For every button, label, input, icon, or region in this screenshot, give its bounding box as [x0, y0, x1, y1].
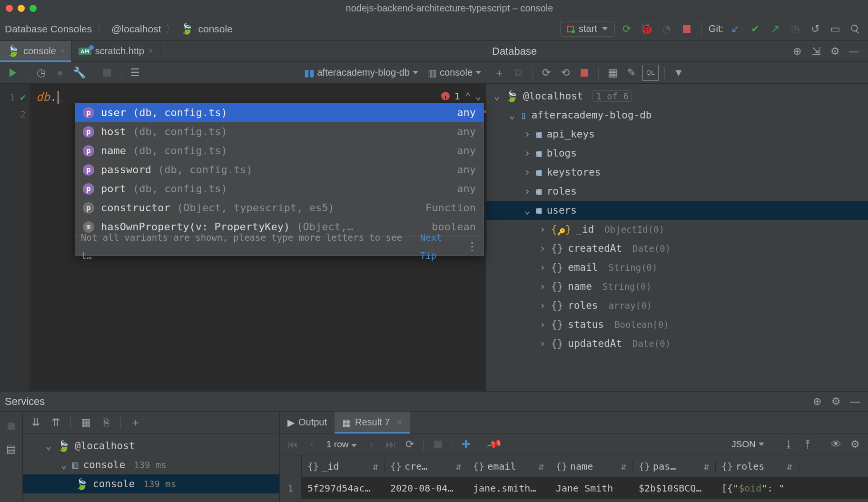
- reload-icon[interactable]: ⟳: [402, 436, 418, 453]
- maximize-window-button[interactable]: [30, 5, 37, 12]
- tree-table-users[interactable]: ⌄▦users: [486, 201, 868, 220]
- sort-icon[interactable]: ⇵: [455, 461, 461, 472]
- chevron-down-icon[interactable]: ⌄: [475, 88, 481, 105]
- collapse-icon[interactable]: ⇲: [808, 43, 824, 59]
- settings-icon[interactable]: ☰: [127, 65, 143, 81]
- chevron-up-icon[interactable]: ⌃: [465, 88, 471, 105]
- autocomplete-item[interactable]: phost(db, config.ts)any: [75, 122, 483, 141]
- sort-icon[interactable]: ⇵: [538, 461, 544, 472]
- autocomplete-item[interactable]: ppassword(db, config.ts)any: [75, 160, 483, 179]
- gear-icon[interactable]: ⚙: [847, 436, 863, 453]
- target-icon[interactable]: ⊕: [789, 43, 805, 59]
- wrench-icon[interactable]: 🔧: [71, 65, 87, 81]
- stop-icon[interactable]: [99, 65, 115, 81]
- close-window-button[interactable]: [6, 5, 13, 12]
- sort-icon[interactable]: ⇵: [621, 461, 627, 472]
- format-selector[interactable]: JSON: [731, 439, 764, 450]
- sql-icon[interactable]: QL: [642, 65, 659, 81]
- stop-icon[interactable]: [430, 436, 446, 453]
- hide-panel-icon[interactable]: —: [846, 43, 862, 59]
- tree-row-host[interactable]: ⌄ 🍃 @localhost: [23, 436, 279, 455]
- next-tip-link[interactable]: Next Tip: [420, 228, 464, 265]
- tab-console[interactable]: 🍃 console ×: [0, 41, 72, 61]
- sort-icon[interactable]: ⇵: [373, 461, 378, 472]
- git-push-icon[interactable]: ↗: [767, 21, 783, 37]
- grid-icon[interactable]: ▦: [78, 414, 94, 431]
- expand-all-icon[interactable]: ⇊: [28, 414, 44, 431]
- tx-icon[interactable]: ●: [52, 65, 68, 81]
- tab-scratch[interactable]: API scratch.http ×: [72, 41, 160, 61]
- gear-icon[interactable]: ⚙: [828, 394, 844, 410]
- column-header[interactable]: {}roles⇵: [716, 461, 799, 472]
- run-config-dropdown[interactable]: start: [560, 21, 615, 37]
- result-grid[interactable]: {}_id⇵{}cre…⇵{}email⇵{}name⇵{}pas…⇵{}rol…: [280, 455, 868, 502]
- inspection-widget[interactable]: 1 ⌃ ⌄: [441, 88, 481, 105]
- next-page-icon[interactable]: ›: [364, 436, 380, 453]
- hide-panel-icon[interactable]: —: [847, 394, 863, 410]
- column-header[interactable]: {}cre…⇵: [385, 461, 467, 472]
- sort-icon[interactable]: ⇵: [704, 461, 710, 472]
- refresh-icon[interactable]: ⟳: [538, 65, 554, 81]
- tree-table-roles[interactable]: ›▦roles: [486, 182, 868, 201]
- tree-schema[interactable]: ⌄▯afteracademy-blog-db: [486, 106, 868, 125]
- prev-page-icon[interactable]: ‹: [304, 436, 320, 453]
- pin-icon[interactable]: 📌: [483, 433, 505, 455]
- close-tab-icon[interactable]: ×: [148, 46, 153, 56]
- git-pull-icon[interactable]: ↙: [727, 21, 743, 37]
- column-header[interactable]: {}name⇵: [550, 461, 633, 472]
- cell-id[interactable]: 5f297d54ac…: [302, 477, 385, 499]
- stop-button[interactable]: [679, 21, 695, 37]
- tree-table-keystores[interactable]: ›▦keystores: [486, 163, 868, 182]
- filter-icon[interactable]: ▼: [671, 65, 687, 81]
- close-tab-icon[interactable]: ×: [396, 417, 402, 428]
- sort-icon[interactable]: ⇵: [787, 461, 792, 472]
- edit-icon[interactable]: ✎: [623, 65, 640, 81]
- tree-column-roles[interactable]: ›{}rolesarray(0): [486, 296, 868, 315]
- tab-output[interactable]: ▶ Output: [280, 412, 335, 433]
- tree-table-api_keys[interactable]: ›▦api_keys: [486, 125, 868, 144]
- cell-password[interactable]: $2b$10$BCQ…: [633, 477, 716, 499]
- column-header[interactable]: {}_id⇵: [302, 461, 385, 472]
- history-icon[interactable]: ◷: [33, 65, 49, 81]
- tree-column-updatedAt[interactable]: ›{}updatedAtDate(0): [486, 334, 868, 353]
- tree-row-query[interactable]: 🍃 console 139 ms: [23, 474, 279, 493]
- tree-column-name[interactable]: ›{}nameString(0): [486, 277, 868, 296]
- autocomplete-item[interactable]: puser(db, config.ts)any: [75, 103, 483, 122]
- breadcrumb-host[interactable]: @localhost: [111, 23, 161, 35]
- export-down-icon[interactable]: ⭳: [781, 436, 797, 453]
- sync-icon[interactable]: ⟲: [557, 65, 573, 81]
- table-icon[interactable]: ▦: [604, 65, 621, 81]
- grid-row[interactable]: 1 5f297d54ac… 2020-08-04… jane.smith… Ja…: [280, 477, 868, 499]
- close-tab-icon[interactable]: ×: [60, 46, 65, 56]
- tree-host[interactable]: ⌄🍃@localhost1 of 6: [486, 87, 868, 106]
- execute-icon[interactable]: [5, 65, 21, 81]
- minimize-window-button[interactable]: [18, 5, 25, 12]
- target-icon[interactable]: ⊕: [809, 394, 825, 410]
- screen-icon[interactable]: ▭: [827, 21, 843, 37]
- cell-roles[interactable]: [{"$oid": ": [716, 477, 799, 499]
- cell-name[interactable]: Jane Smith: [550, 477, 633, 499]
- new-session-icon[interactable]: ⎘: [98, 414, 114, 431]
- tree-column-createdAt[interactable]: ›{}createdAtDate(0): [486, 239, 868, 258]
- tab-result[interactable]: ▦ Result 7 ×: [335, 412, 410, 433]
- profile-icon[interactable]: ◔: [659, 21, 675, 37]
- console-selector[interactable]: ▥ console: [428, 67, 481, 79]
- db-tree[interactable]: ⌄🍃@localhost1 of 6⌄▯afteracademy-blog-db…: [486, 84, 868, 391]
- export-up-icon[interactable]: ⭱: [800, 436, 816, 453]
- autocomplete-item[interactable]: pname(db, config.ts)any: [75, 141, 483, 160]
- search-icon[interactable]: [847, 21, 863, 37]
- column-header[interactable]: {}pas…⇵: [633, 461, 716, 472]
- stop-icon[interactable]: [3, 418, 20, 434]
- rollback-icon[interactable]: ↺: [807, 21, 823, 37]
- services-tree[interactable]: ⌄ 🍃 @localhost ⌄ ▥ console 139 ms 🍃 cons…: [23, 433, 279, 502]
- collapse-all-icon[interactable]: ⇈: [48, 414, 64, 431]
- tree-column-status[interactable]: ›{}statusBoolean(0): [486, 315, 868, 334]
- first-page-icon[interactable]: ⏮: [285, 436, 301, 453]
- tree-column-_id[interactable]: ›{🔑}_idObjectId(0): [486, 220, 868, 239]
- gear-icon[interactable]: ⚙: [827, 43, 843, 59]
- add-row-icon[interactable]: ✚: [458, 436, 474, 453]
- layout-icon[interactable]: ▤: [3, 441, 20, 457]
- eye-icon[interactable]: 👁: [828, 436, 844, 453]
- debug-icon[interactable]: 🐞: [639, 21, 655, 37]
- copy-icon[interactable]: ⧉: [510, 65, 526, 81]
